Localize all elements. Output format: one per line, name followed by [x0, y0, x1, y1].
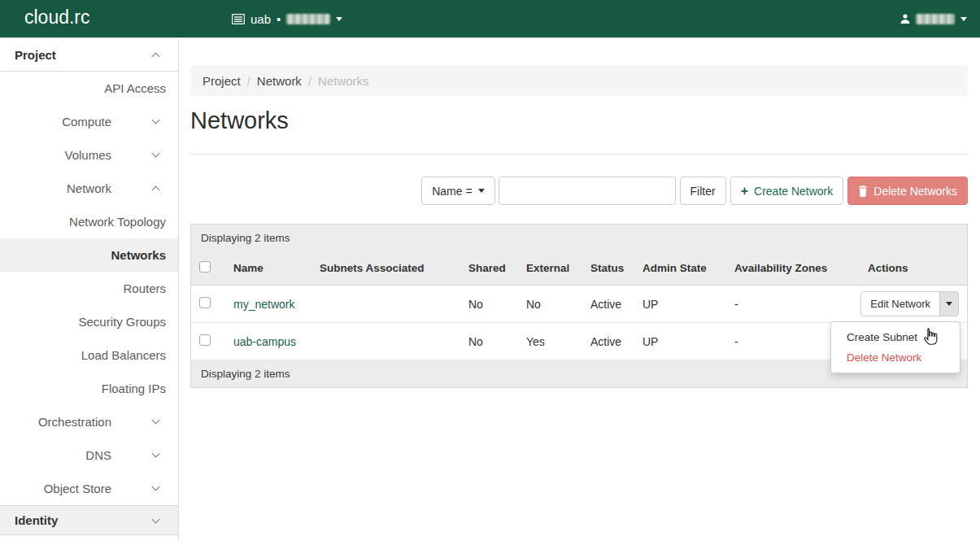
col-header-actions: Actions — [860, 251, 967, 286]
chevron-down-icon — [960, 17, 967, 21]
breadcrumb-networks-current: Networks — [318, 74, 369, 88]
sidebar-item-orchestration[interactable]: Orchestration — [0, 405, 178, 438]
create-network-label: Create Network — [754, 185, 833, 198]
project-context-switcher[interactable]: uab • — [232, 0, 342, 37]
breadcrumb-project[interactable]: Project — [203, 74, 241, 88]
sidebar-item-floating-ips[interactable]: Floating IPs — [0, 372, 178, 405]
sidebar-item-label: Routers — [123, 281, 166, 295]
sidebar-section-identity[interactable]: Identity — [0, 505, 178, 535]
actions-caret-button[interactable] — [939, 291, 959, 316]
cell-external: No — [518, 286, 582, 323]
sidebar-item-label: Network — [67, 181, 111, 195]
network-name-link[interactable]: uab-campus — [233, 335, 296, 348]
chevron-up-icon — [152, 53, 160, 61]
select-all-checkbox[interactable] — [199, 261, 211, 273]
sidebar-item-label: Security Groups — [78, 315, 166, 329]
sidebar: Project API Access Compute Volumes Netwo… — [0, 39, 179, 541]
plus-icon: + — [741, 184, 748, 199]
create-network-button[interactable]: + Create Network — [730, 177, 844, 205]
sidebar-item-label: Network Topology — [69, 215, 166, 229]
breadcrumb-separator: / — [247, 74, 250, 88]
sidebar-section-label: Project — [15, 48, 56, 62]
sidebar-item-api-access[interactable]: API Access — [0, 72, 178, 105]
delete-networks-label: Delete Networks — [873, 185, 957, 198]
redacted-project-name — [286, 14, 330, 24]
row-checkbox[interactable] — [199, 297, 211, 308]
filter-field-dropdown[interactable]: Name = — [421, 177, 494, 205]
menu-item-delete-network[interactable]: Delete Network — [831, 347, 960, 368]
search-input[interactable] — [499, 177, 676, 205]
cell-subnets — [311, 323, 460, 360]
sidebar-item-compute[interactable]: Compute — [0, 105, 178, 138]
cell-shared: No — [460, 286, 518, 323]
user-menu[interactable] — [900, 0, 967, 37]
table-row: my_network No No Active UP - Edit Networ… — [191, 286, 967, 323]
sidebar-item-networks[interactable]: Networks — [0, 238, 178, 272]
network-name-link[interactable]: my_network — [233, 298, 294, 311]
cell-status: Active — [582, 286, 634, 323]
chevron-down-icon — [336, 17, 342, 21]
sidebar-item-volumes[interactable]: Volumes — [0, 138, 178, 172]
redacted-username — [916, 14, 955, 24]
sidebar-section-project[interactable]: Project — [0, 39, 178, 72]
user-icon — [900, 14, 910, 24]
sidebar-item-label: Compute — [62, 115, 111, 129]
breadcrumb: Project / Network / Networks — [190, 65, 968, 96]
cell-subnets — [311, 286, 460, 323]
sidebar-item-network[interactable]: Network — [0, 172, 178, 205]
edit-network-button[interactable]: Edit Network — [860, 291, 940, 316]
col-header-availability-zones: Availability Zones — [726, 251, 860, 286]
filter-button[interactable]: Filter — [680, 177, 726, 205]
page-header: Networks — [190, 107, 968, 155]
sidebar-item-label: Networks — [111, 248, 166, 262]
chevron-up-icon — [152, 186, 160, 194]
sidebar-item-label: Volumes — [64, 148, 111, 162]
table-caption-top: Displaying 2 items — [191, 225, 967, 251]
sidebar-item-label: API Access — [104, 81, 166, 95]
sidebar-item-object-store[interactable]: Object Store — [0, 472, 178, 505]
chevron-down-icon — [946, 302, 952, 306]
row-actions-dropdown-menu: Create Subnet Delete Network — [830, 321, 960, 373]
breadcrumb-network[interactable]: Network — [257, 74, 302, 88]
col-header-name: Name — [225, 251, 311, 286]
breadcrumb-separator: / — [308, 74, 311, 88]
sidebar-item-dns[interactable]: DNS — [0, 438, 178, 472]
chevron-down-icon — [152, 150, 160, 158]
sidebar-item-label: Floating IPs — [102, 382, 166, 395]
cell-availability-zones: - — [726, 286, 860, 323]
chevron-down-icon — [152, 417, 160, 425]
sidebar-item-label: Load Balancers — [81, 348, 166, 362]
sidebar-item-label: DNS — [85, 448, 111, 462]
delete-networks-button[interactable]: Delete Networks — [847, 177, 968, 205]
cell-status: Active — [582, 323, 634, 360]
sidebar-section-label: Identity — [15, 513, 58, 527]
list-icon — [232, 14, 245, 24]
col-header-external: External — [518, 251, 582, 286]
top-navbar: cloud.rc uab • — [0, 0, 980, 38]
table-header-row: Name Subnets Associated Shared External … — [191, 251, 967, 286]
main-content: Project / Network / Networks Networks Na… — [179, 38, 980, 541]
sidebar-item-security-groups[interactable]: Security Groups — [0, 305, 178, 338]
col-header-subnets: Subnets Associated — [311, 251, 460, 286]
sidebar-item-label: Orchestration — [38, 415, 111, 429]
cell-shared: No — [460, 323, 518, 360]
trash-icon — [858, 185, 868, 197]
table-toolbar: Name = Filter + Create Network Delete Ne… — [190, 177, 968, 205]
col-header-admin-state: Admin State — [634, 251, 726, 286]
sidebar-item-load-balancers[interactable]: Load Balancers — [0, 338, 178, 372]
sidebar-item-routers[interactable]: Routers — [0, 272, 178, 305]
page-title: Networks — [190, 107, 968, 134]
context-bullet: • — [277, 12, 281, 26]
cell-admin-state: UP — [634, 286, 726, 323]
brand-logo[interactable]: cloud.rc — [24, 7, 90, 28]
cell-external: Yes — [518, 323, 582, 360]
chevron-down-icon — [152, 516, 160, 524]
sidebar-item-network-topology[interactable]: Network Topology — [0, 205, 178, 238]
filter-button-label: Filter — [690, 185, 716, 198]
menu-item-create-subnet[interactable]: Create Subnet — [831, 327, 960, 347]
chevron-down-icon — [152, 116, 160, 124]
chevron-down-icon — [152, 450, 160, 458]
col-header-status: Status — [582, 251, 634, 286]
row-checkbox[interactable] — [199, 334, 211, 346]
row-actions-split-button: Edit Network — [860, 291, 959, 316]
